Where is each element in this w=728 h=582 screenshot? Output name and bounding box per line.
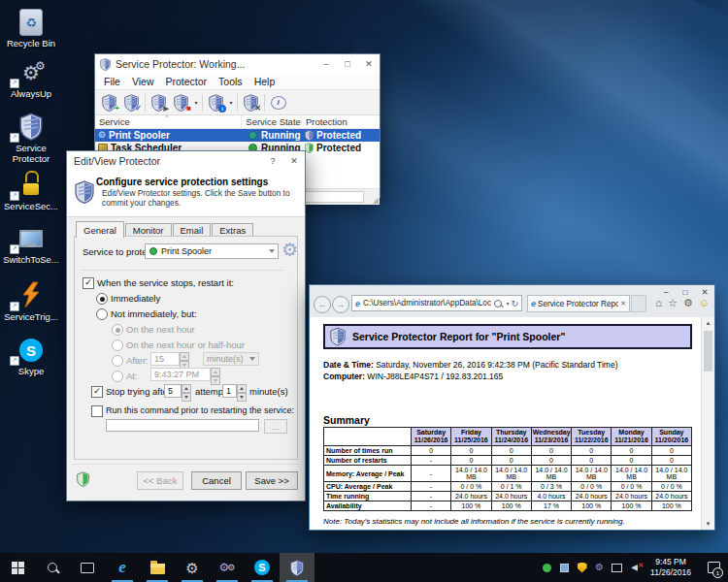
notification-badge: 1: [712, 567, 723, 578]
service-row-print-spooler[interactable]: ⚙ Print Spooler Running Protected: [95, 129, 380, 142]
attempts-spinner[interactable]: [182, 384, 191, 402]
cancel-button[interactable]: Cancel: [191, 471, 242, 490]
minutes-spinner[interactable]: [237, 384, 247, 402]
scroll-down-icon[interactable]: ▼: [702, 518, 714, 530]
refresh-icon[interactable]: ↻: [511, 299, 518, 308]
taskbar-skype-button[interactable]: S: [245, 553, 280, 582]
protection-state: Protected: [316, 143, 361, 153]
desktop-icon-skype[interactable]: S ↗ Skype: [0, 336, 62, 377]
scrollbar-thumb[interactable]: [704, 331, 712, 372]
datetime-label: Date & Time:: [323, 360, 374, 370]
protector-info-button[interactable]: i: [205, 92, 227, 113]
tray-volume-muted-icon[interactable]: ▶✕: [629, 563, 640, 573]
chevron-down-icon: [249, 357, 255, 361]
desktop-icon-servicesecurity[interactable]: ↗ ServiceSec...: [0, 169, 62, 212]
taskbar-services-button[interactable]: ⚙: [175, 553, 210, 582]
browse-button: ...: [264, 419, 287, 434]
toolbar-separator: [202, 94, 203, 112]
settings-gear-icon[interactable]: ⚙: [683, 298, 693, 308]
protected-shield-icon: [305, 130, 314, 141]
not-immediately-radio[interactable]: [96, 308, 108, 320]
dialog-titlebar: Edit/View Protector ? ✕: [67, 151, 305, 171]
desktop-icon-alwaysup[interactable]: ⚙ ⚙ ↗ AlwaysUp: [0, 58, 62, 100]
protected-shield-icon: [305, 143, 314, 153]
start-service-button[interactable]: ▶: [148, 92, 170, 113]
toolbar: + ✓ ▶ ■ ▾ i ▾: [95, 90, 380, 115]
taskbar-ie-button[interactable]: e: [105, 553, 140, 582]
close-tab-icon[interactable]: ✕: [620, 300, 626, 307]
stop-dropdown-caret[interactable]: ▾: [192, 99, 200, 106]
run-command-checkbox[interactable]: [91, 405, 103, 417]
tab-general[interactable]: General: [76, 221, 124, 238]
maximize-button[interactable]: □: [337, 54, 358, 74]
chevron-down-icon[interactable]: ▾: [506, 300, 509, 307]
taskbar-service-protector-button[interactable]: [280, 553, 314, 582]
command-input[interactable]: [106, 419, 259, 432]
menu-file[interactable]: File: [98, 76, 126, 87]
menu-protector[interactable]: Protector: [160, 76, 214, 87]
search-icon[interactable]: [494, 300, 502, 307]
tray-gears-icon[interactable]: ⚙: [594, 563, 605, 573]
new-tab-button[interactable]: [631, 295, 646, 312]
close-button[interactable]: ✕: [358, 54, 380, 74]
address-bar[interactable]: e C:\Users\Administrator\AppData\Loc ▾ ↻: [351, 295, 522, 311]
tray-network-icon[interactable]: [612, 563, 622, 573]
column-protection[interactable]: Protection: [302, 115, 380, 128]
attempts-input[interactable]: 5: [164, 384, 182, 398]
task-view-button[interactable]: [70, 553, 105, 582]
start-button[interactable]: [0, 553, 35, 582]
immediately-radio[interactable]: [96, 293, 108, 305]
restart-checkbox-label: When the service stops, restart it:: [97, 277, 234, 288]
resize-grip[interactable]: ◢: [373, 196, 379, 205]
at-time-input: 9:43:27 PM: [150, 368, 211, 381]
protection-state: Protected: [316, 130, 361, 141]
help-button[interactable]: ?: [262, 151, 283, 171]
desktop-icon-servicetrigger[interactable]: ↗ ServiceTrig...: [0, 279, 62, 323]
stop-trying-checkbox[interactable]: ✓: [91, 386, 103, 398]
minutes-input[interactable]: 1: [222, 384, 237, 398]
system-tray: ⚙ ▶✕ 9:45 PM 11/26/2016 1: [542, 553, 728, 582]
taskbar-file-explorer-button[interactable]: [140, 553, 175, 582]
column-service-state[interactable]: Service State: [242, 115, 302, 128]
tray-green-status-icon[interactable]: [542, 563, 552, 573]
desktop-icon-switchtoservice[interactable]: ↗ SwitchToSe...: [0, 224, 62, 266]
taskbar-clock[interactable]: 9:45 PM 11/26/2016: [646, 557, 695, 578]
close-button[interactable]: ✕: [283, 151, 305, 171]
service-combobox[interactable]: Print Spooler: [145, 243, 279, 259]
vertical-scrollbar[interactable]: ▲ ▼: [701, 317, 714, 530]
table-row: Number of restarts -0 00 00 0: [324, 456, 692, 466]
add-protector-button[interactable]: +: [98, 92, 120, 113]
save-button[interactable]: Save >>: [246, 471, 298, 490]
minimize-button[interactable]: –: [315, 54, 337, 74]
tray-monitor-icon[interactable]: [559, 563, 570, 573]
computer-value: WIN-J88LE4P4S71 / 192.83.201.165: [367, 372, 503, 381]
service-name: Print Spooler: [109, 130, 170, 141]
forward-button[interactable]: →: [332, 296, 349, 313]
shortcut-arrow: ↗: [10, 79, 19, 88]
action-center-button[interactable]: 1: [702, 553, 725, 582]
browser-tab[interactable]: e Service Protector Report for... ✕: [527, 295, 630, 312]
favorites-star-icon[interactable]: ☆: [668, 298, 678, 308]
shield-icon: [75, 180, 94, 204]
taskbar-search-button[interactable]: [35, 553, 70, 582]
stop-service-button[interactable]: ■: [170, 92, 192, 113]
service-settings-gear-button[interactable]: ⚙: [281, 241, 298, 259]
restart-checkbox[interactable]: ✓: [83, 277, 94, 289]
desktop-icon-recycle-bin[interactable]: ♻ Recycle Bin: [0, 8, 62, 49]
menu-tools[interactable]: Tools: [213, 76, 248, 87]
back-button[interactable]: ←: [314, 296, 331, 313]
plus-icon: +: [115, 105, 119, 113]
tray-security-shield-icon[interactable]: [577, 563, 587, 573]
about-button[interactable]: i: [267, 92, 289, 113]
scroll-up-icon[interactable]: ▲: [702, 317, 714, 329]
info-dropdown-caret[interactable]: ▾: [227, 99, 235, 106]
home-icon[interactable]: ⌂: [655, 298, 662, 308]
taskbar-alwaysup-button[interactable]: ⚙⚙: [210, 553, 245, 582]
remove-protector-button[interactable]: ✕: [240, 92, 262, 113]
menu-view[interactable]: View: [126, 76, 160, 87]
after-radio: [112, 355, 123, 367]
edit-protector-button[interactable]: ✓: [120, 92, 143, 113]
menu-help[interactable]: Help: [248, 76, 281, 87]
smiley-feedback-icon[interactable]: ☺: [699, 298, 710, 308]
desktop-icon-service-protector[interactable]: ↗ Service Protector: [0, 111, 62, 165]
